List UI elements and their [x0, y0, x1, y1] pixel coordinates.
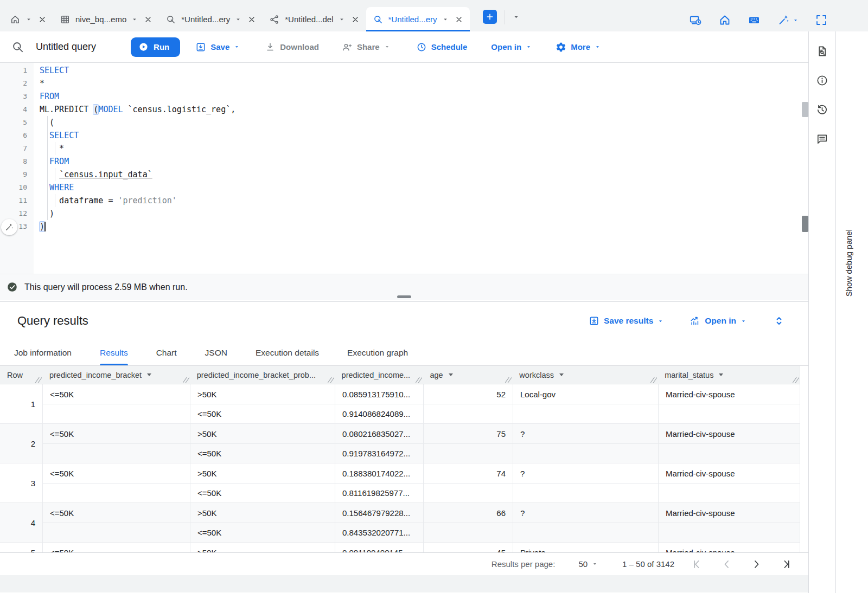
tab-overflow-chevron-icon[interactable] — [513, 14, 520, 21]
column-resize-handle[interactable] — [793, 377, 799, 383]
results-tab-chart[interactable]: Chart — [156, 340, 177, 365]
feedback-comment-icon[interactable] — [816, 133, 828, 145]
new-tab-button[interactable] — [483, 10, 497, 24]
chevron-down-icon[interactable] — [339, 16, 345, 23]
chevron-down-icon — [526, 44, 532, 50]
cell-marital-status: Married-civ-spouse — [658, 503, 800, 523]
save-button[interactable]: Save — [195, 42, 240, 53]
schedule-button[interactable]: Schedule — [416, 42, 468, 53]
panel-resize-handle[interactable] — [397, 295, 411, 298]
results-tab-results[interactable]: Results — [100, 340, 128, 365]
chevron-down-icon[interactable] — [235, 16, 241, 23]
results-tab-execution-graph[interactable]: Execution graph — [347, 340, 408, 365]
results-pagination-bar: Results per page: 50 1 – 50 of 3142 — [0, 552, 808, 575]
close-icon[interactable] — [455, 15, 463, 24]
keyboard-icon[interactable] — [748, 14, 761, 27]
results-tab-bar: Job informationResultsChartJSONExecution… — [0, 340, 808, 366]
share-person-icon — [342, 42, 353, 53]
column-header[interactable]: marital_status — [658, 366, 800, 384]
row-number: 4 — [0, 503, 42, 542]
row-number: 3 — [0, 463, 42, 502]
close-icon[interactable] — [38, 15, 47, 24]
last-page-icon — [779, 558, 792, 571]
save-results-button[interactable]: Save results — [589, 315, 663, 326]
cell-predicted-income-bracket: <=50K — [42, 384, 190, 404]
results-tab-job-information[interactable]: Job information — [14, 340, 72, 365]
sort-caret-icon — [719, 373, 723, 376]
cell-predicted-income-bracket — [42, 404, 190, 423]
next-page-button[interactable] — [750, 558, 763, 571]
chevron-down-icon[interactable] — [131, 16, 138, 23]
tab-label: *Untitled...ery — [388, 15, 437, 24]
column-resize-handle[interactable] — [35, 377, 42, 383]
cell-predicted-income-bracket: <=50K — [42, 463, 190, 483]
cell-prob-value: 0.914086824089... — [335, 404, 423, 423]
editor-scrollbar-thumb[interactable] — [802, 102, 808, 117]
tab-active[interactable]: *Untitled...ery — [366, 7, 470, 31]
more-button[interactable]: More — [556, 42, 601, 53]
column-resize-handle[interactable] — [650, 377, 657, 383]
info-icon[interactable] — [816, 74, 828, 87]
last-page-button[interactable] — [779, 558, 792, 571]
row-number: 2 — [0, 424, 42, 463]
unfold-chevrons-icon — [773, 314, 786, 327]
share-button: Share — [342, 42, 390, 53]
cell-workclass — [513, 443, 658, 463]
results-tab-execution-details[interactable]: Execution details — [256, 340, 319, 365]
cell-prob-value: 0.843532020771... — [335, 523, 423, 542]
magic-pen-button[interactable] — [777, 14, 799, 27]
tab[interactable]: *Untitled...ery — [159, 7, 263, 31]
editor-scrollbar-marker[interactable] — [802, 216, 808, 232]
close-icon[interactable] — [144, 15, 152, 24]
sql-code-editor[interactable]: 1SELECT2*3FROM4ML.PREDICT (MODEL `census… — [0, 63, 808, 274]
cell-marital-status — [658, 523, 800, 542]
query-title[interactable]: Untitled query — [36, 41, 96, 53]
column-resize-handle[interactable] — [328, 377, 334, 383]
column-resize-handle[interactable] — [183, 377, 189, 383]
open-in-button[interactable]: Open in — [491, 42, 532, 51]
chevron-down-icon[interactable] — [25, 16, 32, 23]
search-document-icon[interactable] — [816, 45, 828, 57]
play-icon — [138, 42, 149, 52]
column-header[interactable]: age — [423, 366, 512, 384]
line-number: 1 — [0, 64, 27, 77]
line-number: 4 — [0, 103, 27, 116]
clock-icon — [416, 42, 427, 53]
history-icon[interactable] — [816, 104, 828, 116]
home-icon[interactable] — [718, 14, 731, 27]
results-title: Query results — [17, 314, 88, 328]
results-open-in-button[interactable]: Open in — [690, 315, 746, 326]
fullscreen-icon[interactable] — [815, 14, 828, 27]
column-resize-handle[interactable] — [416, 377, 422, 383]
tab[interactable]: nive_bq...emo — [53, 7, 159, 31]
close-icon[interactable] — [351, 15, 360, 24]
plus-icon — [486, 12, 494, 21]
per-page-dropdown[interactable]: 50 — [578, 559, 598, 569]
gemini-assist-button[interactable] — [1, 219, 17, 235]
first-page-icon — [691, 558, 704, 571]
tab[interactable]: *Untitled...del — [263, 7, 366, 31]
tab[interactable] — [3, 7, 53, 31]
close-icon[interactable] — [247, 15, 256, 24]
model-icon — [269, 14, 280, 25]
chevron-down-icon — [592, 561, 598, 567]
line-number: 3 — [0, 90, 27, 103]
column-header[interactable]: predicted_income_bracket — [42, 366, 190, 384]
devices-clock-icon[interactable] — [689, 14, 702, 27]
results-tab-json[interactable]: JSON — [205, 340, 227, 365]
column-header[interactable]: workclass — [512, 366, 658, 384]
cell-age: 52 — [423, 384, 513, 404]
code-line: 11 dataframe = 'prediction' — [0, 194, 797, 207]
query-icon — [165, 14, 176, 25]
column-header: predicted_income_bracket_prob... — [190, 366, 335, 384]
results-table-body: 1<=50K>50K0.085913175910...52Local-govMa… — [0, 384, 800, 555]
run-button[interactable]: Run — [131, 37, 180, 57]
cell-age: 66 — [423, 503, 513, 523]
chevron-down-icon[interactable] — [442, 16, 449, 23]
chevron-down-icon — [658, 318, 663, 324]
show-debug-panel-button[interactable]: Show debug panel — [844, 229, 853, 296]
expand-panel-button[interactable] — [773, 314, 786, 327]
cell-predicted-income-bracket — [42, 483, 190, 502]
results-table-header: Rowpredicted_income_bracketpredicted_inc… — [0, 366, 800, 384]
column-resize-handle[interactable] — [505, 377, 512, 383]
